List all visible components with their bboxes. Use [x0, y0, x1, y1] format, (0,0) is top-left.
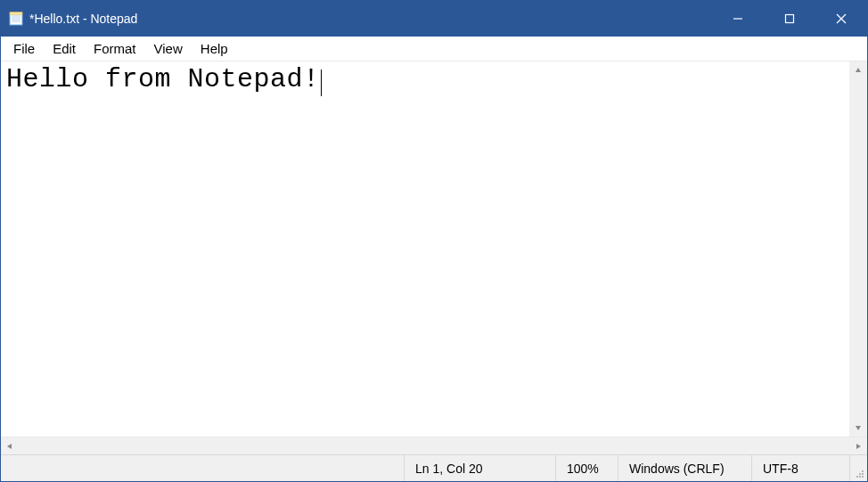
scroll-left-icon[interactable]	[1, 437, 19, 454]
scroll-down-icon[interactable]	[849, 419, 867, 437]
window-controls	[712, 1, 867, 37]
svg-rect-1	[10, 12, 22, 15]
svg-point-14	[862, 476, 864, 478]
svg-marker-10	[856, 68, 861, 72]
svg-rect-0	[10, 13, 22, 25]
notepad-app-icon	[8, 11, 24, 27]
resize-grip[interactable]	[849, 455, 867, 481]
close-button[interactable]	[815, 1, 867, 37]
statusbar: Ln 1, Col 20 100% Windows (CRLF) UTF-8	[1, 454, 867, 481]
statusbar-encoding: UTF-8	[751, 455, 849, 481]
statusbar-spacer	[1, 455, 404, 481]
svg-point-17	[862, 473, 864, 475]
svg-point-19	[862, 470, 864, 472]
statusbar-line-ending: Windows (CRLF)	[618, 455, 751, 481]
menu-help[interactable]: Help	[192, 39, 237, 58]
editor-text[interactable]: Hello from Notepad!	[1, 61, 867, 99]
editor-content[interactable]: Hello from Notepad!	[6, 64, 320, 94]
svg-marker-12	[7, 444, 12, 449]
minimize-button[interactable]	[712, 1, 764, 37]
menu-edit[interactable]: Edit	[44, 39, 85, 58]
svg-point-15	[859, 476, 861, 478]
window-title: *Hello.txt - Notepad	[29, 12, 137, 26]
editor-area[interactable]: Hello from Notepad!	[1, 61, 867, 437]
menu-format[interactable]: Format	[85, 39, 145, 58]
horizontal-scrollbar[interactable]	[1, 437, 867, 454]
statusbar-zoom: 100%	[555, 455, 618, 481]
svg-marker-13	[856, 444, 861, 449]
svg-marker-11	[856, 426, 861, 430]
svg-rect-7	[786, 15, 794, 23]
scroll-right-icon[interactable]	[849, 437, 867, 454]
menu-view[interactable]: View	[145, 39, 192, 58]
titlebar[interactable]: *Hello.txt - Notepad	[1, 1, 867, 37]
menu-file[interactable]: File	[4, 39, 44, 58]
svg-point-16	[856, 476, 858, 478]
vertical-scrollbar[interactable]	[849, 61, 867, 437]
svg-point-18	[859, 473, 861, 475]
text-caret	[321, 69, 322, 96]
statusbar-cursor-position: Ln 1, Col 20	[404, 455, 555, 481]
menubar: File Edit Format View Help	[1, 37, 867, 61]
scroll-up-icon[interactable]	[849, 61, 867, 79]
maximize-button[interactable]	[764, 1, 815, 37]
